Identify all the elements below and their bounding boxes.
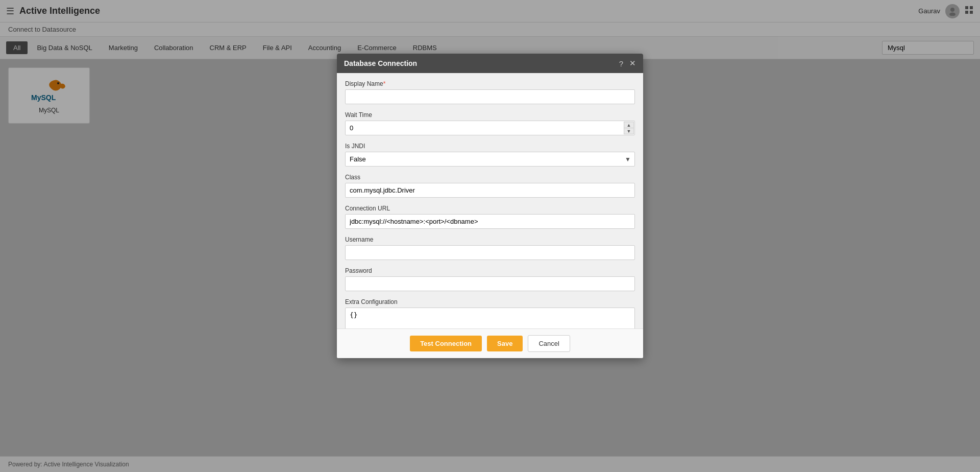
input-password[interactable]	[345, 276, 635, 291]
field-password: Password	[345, 267, 635, 291]
database-connection-modal: Database Connection ? ✕ Display Name* Wa…	[337, 54, 643, 358]
test-connection-button[interactable]: Test Connection	[410, 336, 482, 351]
select-is-jndi[interactable]: False True	[345, 152, 635, 167]
modal-header: Database Connection ? ✕	[337, 54, 643, 73]
required-marker: *	[383, 80, 386, 87]
help-icon[interactable]: ?	[619, 59, 623, 68]
input-display-name[interactable]	[345, 89, 635, 104]
label-display-name: Display Name*	[345, 80, 635, 87]
select-jndi-wrap: False True ▼	[345, 152, 635, 167]
spinner-up[interactable]: ▲	[624, 122, 634, 128]
textarea-extra-config[interactable]: {}	[345, 308, 635, 328]
field-username: Username	[345, 236, 635, 260]
field-extra-config: Extra Configuration {}	[345, 298, 635, 328]
field-wait-time: Wait Time ▲ ▼	[345, 111, 635, 135]
wait-time-spinner-wrap: ▲ ▼	[345, 121, 635, 135]
modal-title: Database Connection	[344, 59, 417, 67]
save-button[interactable]: Save	[487, 336, 523, 351]
modal-body: Display Name* Wait Time ▲ ▼ Is JNDI	[337, 73, 643, 328]
input-connection-url[interactable]	[345, 214, 635, 229]
field-class: Class	[345, 174, 635, 198]
number-spinners: ▲ ▼	[624, 122, 634, 134]
label-password: Password	[345, 267, 635, 274]
modal-overlay: Database Connection ? ✕ Display Name* Wa…	[0, 0, 980, 472]
modal-footer: Test Connection Save Cancel	[337, 328, 643, 358]
input-class[interactable]	[345, 183, 635, 198]
label-class: Class	[345, 174, 635, 181]
field-connection-url: Connection URL	[345, 205, 635, 229]
label-is-jndi: Is JNDI	[345, 143, 635, 150]
label-extra-config: Extra Configuration	[345, 298, 635, 305]
label-connection-url: Connection URL	[345, 205, 635, 212]
cancel-button[interactable]: Cancel	[528, 335, 570, 352]
input-wait-time[interactable]	[345, 121, 635, 135]
input-username[interactable]	[345, 245, 635, 260]
field-display-name: Display Name*	[345, 80, 635, 104]
label-wait-time: Wait Time	[345, 111, 635, 119]
spinner-down[interactable]: ▼	[624, 128, 634, 134]
modal-header-actions: ? ✕	[619, 59, 636, 68]
close-icon[interactable]: ✕	[629, 59, 636, 68]
field-is-jndi: Is JNDI False True ▼	[345, 143, 635, 167]
label-username: Username	[345, 236, 635, 243]
